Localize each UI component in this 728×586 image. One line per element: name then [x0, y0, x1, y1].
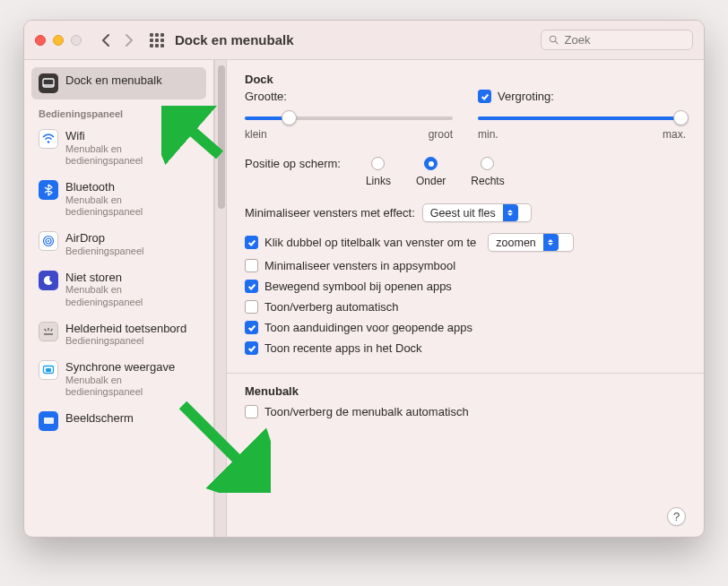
display-icon [39, 411, 58, 431]
radio-label: Rechts [471, 175, 504, 187]
doubleclick-action-select[interactable]: zoomen [488, 233, 574, 252]
checkbox-label: Toon/verberg de menubalk automatisch [264, 405, 469, 418]
select-value: zoomen [496, 237, 535, 249]
keyboard-brightness-icon [39, 322, 58, 341]
position-radio-left[interactable]: Links [366, 157, 391, 187]
autohide-dock-checkbox[interactable] [245, 300, 258, 314]
svg-point-7 [48, 240, 49, 242]
sidebar-item-do-not-disturb[interactable]: Niet storen Menubalk en bedieningspaneel [31, 264, 206, 315]
autohide-menubar-checkbox[interactable] [245, 405, 258, 418]
dock-section-title: Dock [245, 73, 686, 86]
checkbox-label: Minimaliseer vensters in appsymbool [264, 259, 455, 272]
search-input[interactable] [565, 33, 686, 47]
sidebar-item-keyboard-brightness[interactable]: Helderheid toetsenbord Bedieningspaneel [31, 315, 206, 354]
screen-mirroring-icon [39, 360, 58, 380]
minimize-window-button[interactable] [53, 35, 64, 46]
window-title: Dock en menubalk [175, 32, 294, 47]
main-panel: Dock Grootte: klein groot [227, 60, 704, 537]
sidebar-item-sublabel: Bedieningspaneel [65, 335, 186, 348]
size-min-label: klein [245, 128, 267, 141]
sidebar-item-dock-menubar[interactable]: Dock en menubalk [31, 67, 206, 99]
chevron-up-down-icon [503, 204, 518, 221]
back-button[interactable] [96, 30, 116, 50]
sidebar-item-screen-mirroring[interactable]: Synchrone weergave Menubalk en bediening… [31, 354, 206, 405]
sidebar: Dock en menubalk Bedieningspaneel Wifi M… [24, 60, 214, 537]
magnification-checkbox[interactable] [478, 90, 491, 103]
position-label: Positie op scherm: [245, 157, 341, 170]
sidebar-item-label: Dock en menubalk [65, 73, 162, 88]
svg-line-11 [51, 329, 53, 332]
position-radio-bottom[interactable]: Onder [416, 157, 446, 187]
checkbox-label: Toon recente apps in het Dock [264, 341, 422, 355]
sidebar-item-label: Niet storen [65, 271, 199, 285]
checkbox-label: Bewegend symbool bij openen apps [264, 280, 452, 293]
size-label: Grootte: [245, 90, 453, 103]
minimize-effect-label: Minimaliseer vensters met effect: [245, 206, 415, 220]
magnification-max-label: max. [663, 128, 686, 141]
sidebar-item-sublabel: Bedieningspaneel [65, 246, 143, 258]
radio-label: Onder [416, 175, 446, 187]
sidebar-item-label: AirDrop [65, 231, 143, 246]
radio-label: Links [366, 175, 391, 187]
minimize-effect-select[interactable]: Geest uit fles [422, 203, 532, 222]
section-divider [227, 373, 704, 374]
sidebar-item-label: Wifi [65, 129, 199, 143]
svg-rect-13 [46, 368, 51, 372]
checkbox-label: Toon/verberg automatisch [264, 300, 399, 314]
doubleclick-label: Klik dubbel op titelbalk van venster om … [264, 236, 476, 249]
svg-line-1 [555, 41, 558, 44]
show-recents-checkbox[interactable] [245, 341, 258, 355]
magnification-label: Vergroting: [498, 90, 554, 103]
svg-line-10 [45, 329, 47, 332]
window-body: Dock en menubalk Bedieningspaneel Wifi M… [24, 60, 704, 537]
sidebar-item-sublabel: Menubalk en bedieningspaneel [65, 194, 199, 220]
sidebar-scrollbar[interactable] [214, 60, 227, 537]
show-all-icon[interactable] [148, 31, 166, 49]
magnification-slider[interactable] [478, 108, 686, 126]
dock-menubar-icon [39, 73, 58, 93]
help-button[interactable]: ? [667, 507, 686, 526]
sidebar-item-sublabel: Menubalk en bedieningspaneel [65, 284, 199, 309]
window-controls [35, 35, 82, 46]
svg-rect-2 [43, 79, 54, 87]
position-radio-group: Links Onder Rechts [366, 157, 505, 187]
svg-point-4 [48, 141, 50, 143]
titlebar: Dock en menubalk [24, 21, 704, 60]
show-indicators-checkbox[interactable] [245, 321, 258, 334]
sidebar-item-label: Beeldscherm [65, 411, 134, 426]
sidebar-item-display[interactable]: Beeldscherm [31, 405, 206, 431]
sidebar-item-airdrop[interactable]: AirDrop Bedieningspaneel [31, 225, 206, 263]
sidebar-item-label: Synchrone weergave [65, 360, 199, 375]
airdrop-icon [39, 231, 58, 251]
close-window-button[interactable] [35, 35, 46, 46]
size-slider[interactable] [245, 108, 453, 126]
doubleclick-checkbox[interactable] [245, 236, 258, 249]
size-max-label: groot [429, 128, 453, 141]
sidebar-item-wifi[interactable]: Wifi Menubalk en bedieningspaneel [31, 123, 206, 174]
chevron-up-down-icon [543, 234, 559, 251]
magnification-min-label: min. [478, 128, 498, 141]
animate-opening-checkbox[interactable] [245, 280, 258, 293]
forward-button[interactable] [119, 30, 139, 50]
select-value: Geest uit fles [430, 207, 496, 220]
checkbox-label: Toon aanduidingen voor geopende apps [264, 321, 472, 334]
moon-icon [39, 271, 58, 290]
scrollbar-thumb[interactable] [218, 65, 225, 209]
sidebar-item-label: Bluetooth [65, 180, 199, 194]
sidebar-item-label: Helderheid toetsenbord [65, 322, 186, 336]
wifi-icon [39, 129, 58, 149]
sidebar-item-sublabel: Menubalk en bedieningspaneel [65, 143, 199, 168]
menubar-section-title: Menubalk [245, 384, 686, 398]
preferences-window: Dock en menubalk Dock en menubalk Bedien… [23, 20, 705, 538]
sidebar-item-sublabel: Menubalk en bedieningspaneel [65, 375, 199, 400]
search-field[interactable] [541, 30, 693, 50]
svg-rect-14 [44, 418, 54, 424]
sidebar-item-bluetooth[interactable]: Bluetooth Menubalk en bedieningspaneel [31, 174, 206, 225]
search-icon [549, 34, 559, 46]
sidebar-group-header: Bedieningspaneel [31, 99, 206, 123]
minimize-into-icon-checkbox[interactable] [245, 259, 258, 272]
bluetooth-icon [39, 180, 58, 200]
position-radio-right[interactable]: Rechts [471, 157, 504, 187]
zoom-window-button[interactable] [71, 35, 82, 46]
